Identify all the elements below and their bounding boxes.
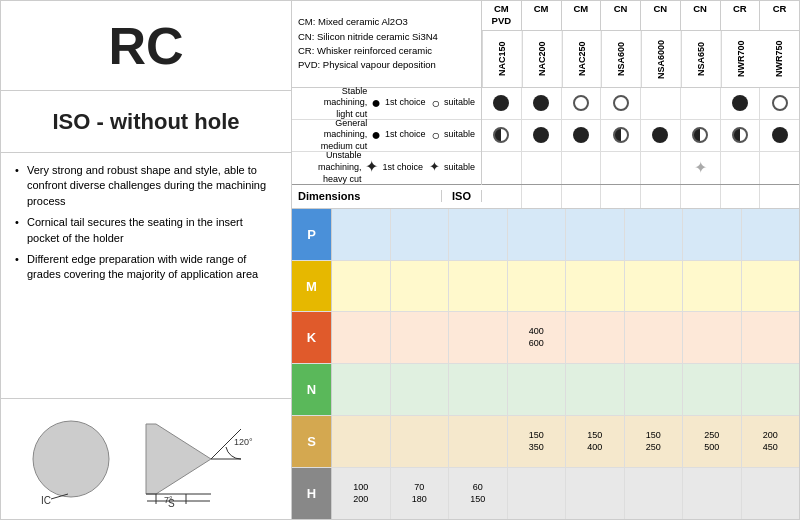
dim-col-2 (562, 185, 602, 208)
left-panel: RC ISO - without hole Very strong and ro… (1, 1, 292, 519)
mat-cells-M (332, 261, 799, 312)
mach-cell-0-6 (721, 88, 761, 119)
mat-cell-S-2 (449, 416, 508, 467)
dimensions-row: Dimensions ISO (292, 185, 799, 209)
mat-cell-S-6: 250500 (683, 416, 742, 467)
iso-title: ISO - without hole (53, 109, 240, 135)
mat-cell-N-0 (332, 364, 391, 415)
mach-cell-1-3 (601, 120, 641, 151)
col-group-7: CR (760, 1, 799, 30)
mach-cell-1-5 (681, 120, 721, 151)
col-group-2: CM (562, 1, 602, 30)
machining-cells-0 (482, 88, 799, 119)
mat-cell-N-3 (508, 364, 567, 415)
mat-cell-P-5 (625, 209, 684, 260)
col-group-6: CR (721, 1, 761, 30)
mat-cell-H-2: 60150 (449, 468, 508, 519)
mat-cell-P-6 (683, 209, 742, 260)
machining-label-0: Stable machining,light cut ● 1st choice … (292, 86, 482, 121)
machining-row-0: Stable machining,light cut ● 1st choice … (292, 88, 799, 120)
mat-cells-H: 100200 70180 60150 (332, 468, 799, 519)
dim-col-1 (522, 185, 562, 208)
svg-text:S: S (168, 498, 175, 509)
machining-section: Stable machining,light cut ● 1st choice … (292, 88, 799, 185)
machining-label-2: Unstable machining,heavy cut ✦ 1st choic… (292, 150, 482, 185)
mat-cell-H-7 (742, 468, 800, 519)
mach-cell-0-4 (641, 88, 681, 119)
mat-cell-N-6 (683, 364, 742, 415)
svg-marker-1 (146, 424, 211, 494)
material-row-H: H 100200 70180 60150 (292, 468, 799, 519)
mat-cell-K-0 (332, 312, 391, 363)
material-section: P M (292, 209, 799, 519)
material-row-K: K 400600 (292, 312, 799, 364)
mat-cell-M-0 (332, 261, 391, 312)
material-row-S: S 150350 150400 150250 250500 200450 (292, 416, 799, 468)
mat-cell-M-1 (391, 261, 450, 312)
mat-cell-K-6 (683, 312, 742, 363)
machining-row-1: General machining,medium cut ● 1st choic… (292, 120, 799, 152)
mat-cell-S-5: 150250 (625, 416, 684, 467)
mat-cells-P (332, 209, 799, 260)
mat-cell-H-0: 100200 (332, 468, 391, 519)
mat-cell-S-7: 200450 (742, 416, 800, 467)
mach-cell-1-2 (562, 120, 602, 151)
mat-cell-P-2 (449, 209, 508, 260)
col-group-4: CN (641, 1, 681, 30)
mach-cell-1-1 (522, 120, 562, 151)
mat-cell-S-3: 150350 (508, 416, 567, 467)
mat-label-S: S (292, 416, 332, 467)
mat-cell-P-3 (508, 209, 567, 260)
col-group-5: CN (681, 1, 721, 30)
mach-cell-2-2 (562, 152, 602, 184)
mat-cell-K-4 (566, 312, 625, 363)
material-row-M: M (292, 261, 799, 313)
mat-label-M: M (292, 261, 332, 312)
mat-cell-K-1 (391, 312, 450, 363)
mat-cell-K-2 (449, 312, 508, 363)
dim-col-3 (601, 185, 641, 208)
dim-col-0 (482, 185, 522, 208)
mat-cell-H-1: 70180 (391, 468, 450, 519)
mach-cell-1-7 (760, 120, 799, 151)
rc-title: RC (108, 16, 183, 76)
svg-text:120°: 120° (234, 437, 253, 447)
col-name-1: NAC200 (522, 31, 562, 87)
col-group-row: CMPVD CM CM CN CN CN CR CR (482, 1, 799, 31)
mat-cell-K-3: 400600 (508, 312, 567, 363)
mat-label-N: N (292, 364, 332, 415)
main-container: RC ISO - without hole Very strong and ro… (0, 0, 800, 520)
mat-cell-M-4 (566, 261, 625, 312)
mat-cell-K-7 (742, 312, 800, 363)
mat-cell-P-7 (742, 209, 800, 260)
header-legend: CM: Mixed ceramic Al2O3 CN: Silicon nitr… (292, 1, 482, 87)
mach-cell-2-6 (721, 152, 761, 184)
mat-cell-H-3 (508, 468, 567, 519)
iso-title-box: ISO - without hole (1, 91, 291, 153)
mat-cell-M-6 (683, 261, 742, 312)
machining-cells-2: ✦ (482, 152, 799, 184)
col-name-5: NSA650 (681, 31, 721, 87)
machining-cells-1 (482, 120, 799, 151)
dim-cols (482, 185, 799, 208)
material-row-P: P (292, 209, 799, 261)
mat-cell-N-7 (742, 364, 800, 415)
legend-line-3: CR: Whisker reinforced ceramic (298, 44, 475, 58)
mat-cell-N-2 (449, 364, 508, 415)
mat-cell-N-5 (625, 364, 684, 415)
mat-cell-P-0 (332, 209, 391, 260)
right-panel: CM: Mixed ceramic Al2O3 CN: Silicon nitr… (292, 1, 799, 519)
col-names-row: NAC150 NAC200 NAC250 NSA600 NSA6000 NSA6… (482, 31, 799, 87)
col-name-2: NAC250 (562, 31, 602, 87)
mat-cell-S-1 (391, 416, 450, 467)
dimensions-label: Dimensions (292, 190, 442, 202)
mach-cell-0-5 (681, 88, 721, 119)
mach-cell-1-6 (721, 120, 761, 151)
mach-cell-2-7 (760, 152, 799, 184)
mach-cell-0-3 (601, 88, 641, 119)
machining-row-2: Unstable machining,heavy cut ✦ 1st choic… (292, 152, 799, 184)
mach-cell-2-3 (601, 152, 641, 184)
mat-cell-N-1 (391, 364, 450, 415)
dim-col-5 (681, 185, 721, 208)
features-box: Very strong and robust shape and style, … (1, 153, 291, 399)
